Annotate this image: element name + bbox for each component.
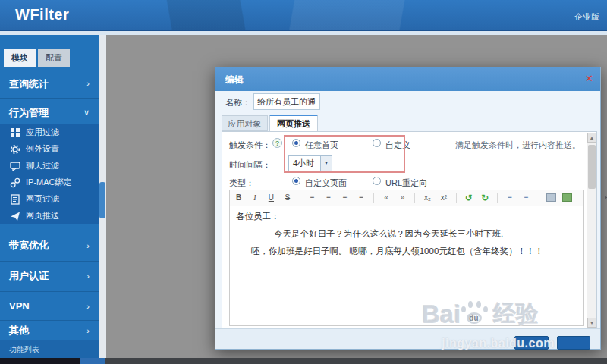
redo-icon[interactable]: ↻	[479, 192, 492, 204]
type-label: 类型：	[229, 177, 254, 189]
sidebar-section-bandwidth[interactable]: 带宽优化 ›	[0, 231, 99, 259]
sidebar: 模块 配置 查询统计 › 行为管理 ∨ 应用过滤 例外设置 聊天	[0, 35, 99, 358]
radio-custom-trigger[interactable]	[373, 139, 381, 147]
wfilter-app: WFilter 企业版 模块 配置 查询统计 › 行为管理 ∨ 应用过滤 例外设…	[0, 0, 607, 364]
radio-any-homepage[interactable]	[292, 139, 300, 147]
panel-scrollbar-track[interactable]: ▲ ▼	[587, 133, 596, 328]
sidebar-footer-function-list: 功能列表	[0, 340, 99, 358]
sidebar-scrollbar-thumb[interactable]	[99, 182, 105, 218]
close-icon[interactable]: ✕	[585, 73, 593, 84]
scroll-down-icon[interactable]: ▼	[587, 318, 596, 328]
toolbar-separator	[373, 193, 374, 203]
product-logo: WFilter	[15, 6, 69, 24]
web-push-tab-panel: 触发条件： ? 任意首页 自定义 满足触发条件时，进行内容推送。 时间间隔： 4…	[222, 131, 597, 328]
align-justify-icon[interactable]: ≡	[355, 192, 368, 204]
editor-line: 各位员工：	[236, 211, 280, 222]
sidebar-item-label: 聊天过滤	[26, 161, 59, 170]
sidebar-item-web-push[interactable]: 网页推送	[0, 207, 99, 224]
align-left-icon[interactable]: ≡	[306, 192, 319, 204]
edit-dialog: 编辑 ✕ 名称： 应用对象 网页推送 触发条件： ? 任意首页 自定义 满足触发…	[215, 67, 601, 350]
toolbar-separator	[580, 193, 580, 203]
chevron-right-icon: ›	[86, 70, 90, 98]
radio-url-redirect[interactable]	[373, 177, 381, 185]
cancel-button[interactable]	[557, 336, 590, 350]
radio-custom-trigger-label: 自定义	[385, 140, 410, 151]
subscript-button[interactable]: x₂	[421, 192, 434, 204]
editor-content-area[interactable]: 各位员工： 今天是个好日子？为什么这么说？因为今天延长三小时下班. 呸，你加班是…	[229, 206, 584, 326]
insert-image-icon[interactable]	[562, 193, 572, 202]
name-input[interactable]	[253, 93, 320, 110]
panel-scrollbar-thumb[interactable]	[588, 145, 596, 189]
ordered-list-icon[interactable]: ≡	[504, 192, 517, 204]
underline-button[interactable]: U	[265, 192, 278, 204]
sidebar-section-behavior[interactable]: 行为管理 ∨	[0, 98, 99, 124]
editor-line: 呸，你加班是好日子啊。 嗯哪，月底每人领1000元红包（含年终奖）！！！	[251, 246, 543, 257]
sidebar-item-exception-settings[interactable]: 例外设置	[0, 140, 99, 157]
bottom-edge-scroll-thumb[interactable]	[80, 358, 105, 364]
align-center-icon[interactable]: ≡	[322, 192, 335, 204]
trigger-condition-label: 触发条件：	[229, 140, 271, 151]
edition-badge: 企业版	[574, 11, 599, 23]
tab-web-push[interactable]: 网页推送	[269, 115, 318, 131]
section-label: 用户认证	[9, 270, 49, 281]
top-header-bar: WFilter 企业版	[0, 0, 607, 31]
interval-value: 4小时	[293, 158, 314, 168]
italic-button[interactable]: I	[248, 192, 261, 204]
radio-url-redirect-label: URL重定向	[385, 177, 427, 189]
webpage-filter-icon	[10, 193, 20, 204]
bottom-edge-right	[105, 358, 607, 364]
trigger-hint-text: 满足触发条件时，进行内容推送。	[455, 140, 580, 151]
bottom-edge-left	[0, 358, 80, 364]
sidebar-section-other[interactable]: 其他 ›	[0, 320, 99, 340]
sidebar-item-app-filter[interactable]: 应用过滤	[0, 124, 99, 140]
help-icon[interactable]: ?	[272, 138, 282, 148]
unordered-list-icon[interactable]: ≡	[520, 192, 533, 204]
confirm-button[interactable]	[514, 336, 549, 350]
heading2-button[interactable]: H2	[602, 192, 607, 204]
sidebar-item-ip-mac-binding[interactable]: IP-MAC绑定	[0, 174, 99, 190]
scroll-up-icon[interactable]: ▲	[587, 133, 596, 143]
chevron-right-icon: ›	[86, 292, 90, 321]
link-icon	[10, 177, 20, 187]
interval-label: 时间间隔：	[229, 159, 271, 171]
tab-apply-objects[interactable]: 应用对象	[222, 115, 268, 131]
chevron-right-icon: ›	[86, 231, 90, 260]
sidebar-section-query-stats[interactable]: 查询统计 ›	[0, 70, 99, 98]
editor-line: 今天是个好日子？为什么这么说？因为今天延长三小时下班.	[274, 228, 503, 240]
indent-icon[interactable]: »	[396, 192, 409, 204]
toolbar-separator	[539, 193, 539, 203]
send-icon	[10, 210, 20, 221]
sidebar-item-label: 网页过滤	[26, 194, 59, 203]
undo-icon[interactable]: ↺	[462, 192, 475, 204]
toolbar-separator	[497, 193, 498, 203]
align-right-icon[interactable]: ≡	[338, 192, 351, 204]
sidebar-section-user-auth[interactable]: 用户认证 ›	[0, 261, 99, 290]
sidebar-item-chat-filter[interactable]: 聊天过滤	[0, 157, 99, 174]
sidebar-tab-modules[interactable]: 模块	[4, 49, 36, 67]
interval-select[interactable]: 4小时 ▾	[288, 155, 332, 171]
chevron-down-icon: ∨	[83, 99, 90, 127]
radio-custom-page[interactable]	[292, 177, 300, 185]
dialog-title: 编辑	[225, 74, 244, 86]
toolbar-separator	[300, 193, 300, 203]
chevron-right-icon: ›	[86, 262, 90, 290]
sidebar-item-label: 应用过滤	[26, 127, 59, 136]
chevron-right-icon: ›	[86, 321, 90, 340]
radio-custom-page-label: 自定义页面	[305, 177, 347, 189]
sidebar-item-web-filter[interactable]: 网页过滤	[0, 190, 99, 207]
grid-icon	[10, 127, 20, 137]
toolbar-separator	[456, 193, 457, 203]
section-label: 带宽优化	[9, 240, 49, 251]
radio-any-homepage-label: 任意首页	[305, 140, 338, 151]
superscript-button[interactable]: x²	[437, 192, 450, 204]
sidebar-tab-config[interactable]: 配置	[38, 49, 70, 67]
outdent-icon[interactable]: «	[380, 192, 393, 204]
strikethrough-button[interactable]: S	[281, 192, 294, 204]
dialog-titlebar: 编辑 ✕	[215, 67, 600, 91]
toolbar-separator	[414, 193, 415, 203]
horizontal-rule-icon[interactable]	[546, 193, 556, 202]
chat-icon	[10, 160, 20, 171]
sidebar-section-vpn[interactable]: VPN ›	[0, 291, 99, 320]
bold-button[interactable]: B	[232, 192, 245, 204]
dropdown-arrow-icon: ▾	[320, 156, 332, 171]
